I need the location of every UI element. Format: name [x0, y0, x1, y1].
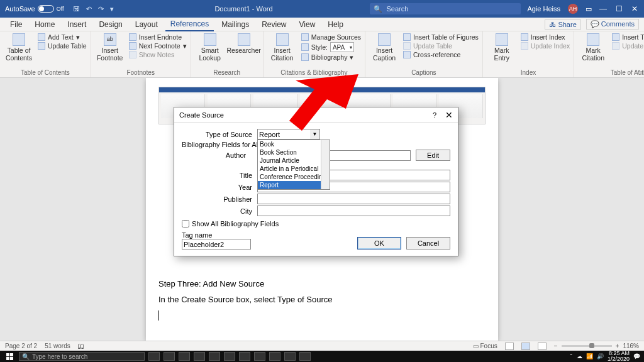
redo-icon[interactable]: ↷ — [98, 5, 104, 13]
dialog-titlebar[interactable]: Create Source ? ✕ — [174, 107, 458, 123]
task-icon[interactable] — [284, 352, 296, 361]
insert-footnote-button[interactable]: abInsert Footnote — [95, 33, 125, 62]
mark-citation-button[interactable]: Mark Citation — [578, 33, 608, 62]
proofing-icon[interactable]: 🕮 — [78, 343, 84, 349]
task-icon[interactable] — [148, 352, 160, 361]
insert-endnote-button[interactable]: Insert Endnote — [129, 33, 187, 41]
avatar[interactable]: AH — [568, 4, 578, 14]
tab-file[interactable]: File — [5, 18, 27, 31]
task-icon[interactable] — [164, 352, 175, 361]
taskbar-search[interactable]: 🔍 Type here to search — [19, 352, 145, 361]
option-report[interactable]: Report — [258, 181, 330, 189]
onedrive-icon[interactable]: ☁ — [577, 353, 582, 359]
focus-mode[interactable]: ▭ Focus — [473, 343, 497, 349]
task-icon[interactable] — [224, 352, 235, 361]
notifications-icon[interactable]: 💬 — [633, 353, 640, 359]
tab-mailings[interactable]: Mailings — [216, 18, 254, 31]
wifi-icon[interactable]: 📶 — [586, 353, 593, 359]
cross-reference-button[interactable]: Cross-reference — [403, 51, 479, 58]
tab-review[interactable]: Review — [257, 18, 291, 31]
ok-button[interactable]: OK — [357, 237, 401, 250]
system-tray[interactable]: ˄ ☁ 📶 🔊 8:25 AM 1/2/2020 💬 — [566, 351, 644, 362]
comments-button[interactable]: 💬 Comments — [586, 19, 639, 30]
mark-entry-button[interactable]: Mark Entry — [487, 33, 517, 62]
add-text-button[interactable]: Add Text ▾ — [38, 33, 87, 41]
zoom-level[interactable]: 116% — [623, 343, 639, 349]
next-footnote-button[interactable]: Next Footnote ▾ — [129, 42, 187, 50]
cancel-button[interactable]: Cancel — [406, 237, 450, 250]
manage-sources-button[interactable]: Manage Sources — [301, 33, 361, 41]
task-icon[interactable] — [299, 352, 311, 361]
word-count[interactable]: 51 words — [45, 343, 70, 349]
task-icon[interactable] — [239, 352, 250, 361]
task-icon[interactable] — [254, 352, 265, 361]
showall-checkbox[interactable] — [182, 220, 189, 228]
tab-references[interactable]: References — [165, 18, 214, 31]
group-toc: Table of Contents Add Text ▾ Update Tabl… — [0, 31, 91, 77]
task-icon[interactable] — [209, 352, 220, 361]
zoom-in-icon[interactable]: + — [616, 343, 619, 349]
page-indicator[interactable]: Page 2 of 2 — [5, 343, 37, 349]
undo-icon[interactable]: ↶ — [86, 5, 92, 13]
clock[interactable]: 8:25 AM 1/2/2020 — [608, 351, 630, 362]
qat-more-icon[interactable]: ▾ — [110, 5, 114, 13]
user-name[interactable]: Agie Heiss — [527, 5, 560, 13]
minimize-icon[interactable]: — — [599, 4, 607, 13]
tray-up-icon[interactable]: ˄ — [570, 353, 573, 359]
zoom-slider[interactable] — [562, 345, 612, 347]
option-periodical[interactable]: Article in a Periodical — [258, 165, 330, 173]
tab-layout[interactable]: Layout — [130, 18, 163, 31]
tagname-input[interactable] — [182, 239, 251, 250]
collapse-ribbon-icon[interactable]: ⌃ — [636, 69, 641, 76]
tab-home[interactable]: Home — [30, 18, 60, 31]
researcher-button[interactable]: Researcher — [229, 33, 259, 55]
task-icon[interactable] — [179, 352, 190, 361]
tab-design[interactable]: Design — [94, 18, 127, 31]
save-icon[interactable]: 🖫 — [73, 5, 80, 13]
task-icon[interactable] — [269, 352, 280, 361]
autosave-toggle[interactable]: AutoSave Off — [0, 5, 69, 13]
type-of-source-combo[interactable]: ▼ Book Book Section Journal Article Arti… — [257, 129, 320, 140]
view-read-icon[interactable] — [505, 343, 514, 350]
insert-index-button[interactable]: Insert Index — [521, 33, 570, 41]
update-table-button[interactable]: Update Table — [38, 42, 87, 50]
view-print-icon[interactable] — [521, 343, 530, 350]
ribbon-options-icon[interactable]: ▭ — [586, 5, 592, 13]
task-icon[interactable] — [194, 352, 205, 361]
insert-caption-button[interactable]: Insert Caption — [369, 33, 399, 62]
option-journal[interactable]: Journal Article — [258, 156, 330, 165]
help-icon[interactable]: ? — [433, 111, 436, 119]
option-book[interactable]: Book — [258, 140, 330, 148]
dropdown-scrollbar[interactable] — [321, 140, 330, 189]
tab-view[interactable]: View — [294, 18, 321, 31]
tab-help[interactable]: Help — [323, 18, 348, 31]
close-dialog-icon[interactable]: ✕ — [445, 110, 453, 120]
zoom-control[interactable]: − + 116% — [554, 343, 639, 349]
smart-lookup-button[interactable]: Smart Lookup — [195, 33, 225, 62]
city-input[interactable] — [257, 206, 450, 216]
table-of-figures-button[interactable]: Insert Table of Figures — [403, 33, 479, 41]
edit-button[interactable]: Edit — [416, 150, 450, 161]
title-search[interactable]: 🔍 Search — [370, 3, 521, 14]
close-icon[interactable]: ✕ — [631, 4, 638, 13]
toc-button[interactable]: Table of Contents — [4, 33, 34, 62]
share-button[interactable]: 🖧 Share — [545, 19, 580, 30]
volume-icon[interactable]: 🔊 — [597, 353, 604, 359]
tab-insert[interactable]: Insert — [62, 18, 91, 31]
insert-citation-button[interactable]: Insert Citation — [267, 33, 297, 62]
bibliography-button[interactable]: Bibliography ▾ — [301, 53, 361, 61]
maximize-icon[interactable]: ☐ — [616, 4, 623, 13]
show-all-fields-check[interactable]: Show All Bibliography Fields — [182, 220, 450, 228]
toggle-pill[interactable] — [38, 5, 54, 13]
chevron-down-icon[interactable]: ▼ — [310, 129, 320, 140]
insert-toa-button[interactable]: Insert Table of Authorities — [612, 33, 644, 41]
start-button[interactable] — [0, 353, 19, 360]
publisher-input[interactable] — [257, 194, 450, 204]
view-web-icon[interactable] — [538, 343, 547, 350]
option-conference[interactable]: Conference Proceedings — [258, 173, 330, 181]
style-select[interactable]: Style: APA — [301, 42, 361, 52]
zoom-out-icon[interactable]: − — [554, 343, 558, 349]
author-input[interactable] — [320, 150, 411, 161]
option-book-section[interactable]: Book Section — [258, 148, 330, 156]
doc-line: In the Create Source box, select Type of… — [158, 295, 486, 304]
